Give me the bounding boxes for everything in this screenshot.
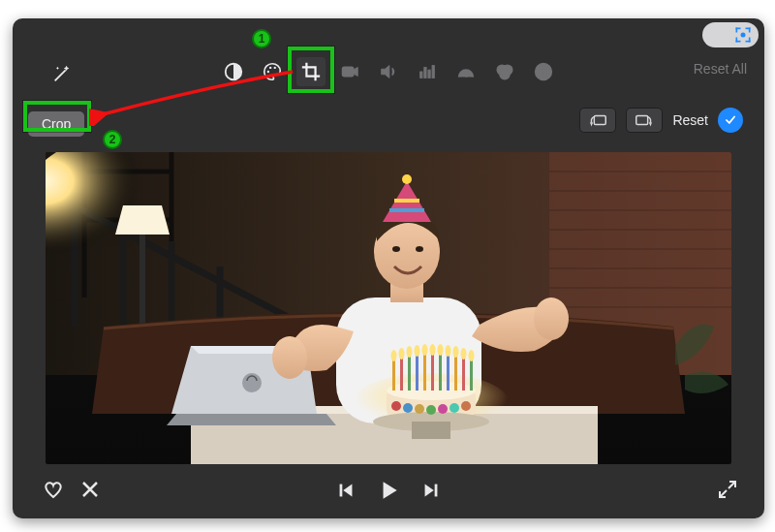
svg-rect-63 [412, 422, 450, 439]
speed-button[interactable] [451, 57, 480, 86]
capture-icon [733, 25, 753, 45]
svg-point-8 [741, 33, 746, 38]
video-preview[interactable] [46, 152, 731, 464]
fullscreen-button[interactable] [716, 478, 739, 505]
playback-bar [13, 472, 764, 511]
svg-point-10 [267, 71, 269, 73]
preview-frame-illustration [46, 152, 731, 464]
svg-point-56 [392, 246, 400, 252]
svg-rect-74 [431, 354, 434, 391]
svg-rect-84 [470, 360, 473, 391]
speedometer-icon [455, 61, 477, 82]
screen-capture-indicator[interactable] [702, 22, 759, 47]
svg-point-12 [274, 67, 276, 69]
svg-point-83 [461, 348, 467, 360]
volume-icon [378, 61, 399, 82]
noise-reduction-button[interactable] [413, 57, 442, 86]
clip-filter-button[interactable] [490, 57, 519, 86]
svg-point-69 [407, 346, 413, 358]
svg-rect-1 [736, 28, 738, 33]
svg-rect-3 [749, 28, 751, 33]
svg-rect-80 [454, 356, 457, 391]
svg-rect-14 [420, 72, 422, 78]
crop-options-row: Crop Reset [28, 106, 749, 142]
checkmark-icon [724, 113, 737, 127]
crop-right-controls: Reset [579, 108, 743, 133]
svg-rect-16 [428, 70, 430, 78]
svg-rect-13 [343, 67, 354, 76]
app-window: Reset All Crop Reset [13, 18, 764, 518]
svg-point-71 [415, 345, 420, 357]
color-correction-button[interactable] [258, 57, 287, 86]
crop-tab-button[interactable] [296, 57, 326, 86]
svg-rect-72 [423, 354, 426, 391]
crop-icon [300, 61, 322, 82]
color-balance-button[interactable] [219, 57, 248, 86]
svg-point-57 [416, 246, 423, 252]
svg-point-87 [403, 403, 413, 413]
svg-point-67 [399, 348, 405, 360]
reset-crop-button[interactable]: Reset [672, 112, 708, 128]
reset-all-button[interactable]: Reset All [694, 61, 747, 77]
play-button[interactable] [376, 478, 401, 507]
rotate-ccw-icon [587, 112, 608, 128]
svg-point-90 [438, 404, 448, 414]
rotate-cw-button[interactable] [626, 108, 663, 133]
svg-rect-7 [749, 38, 751, 43]
svg-rect-82 [462, 358, 465, 391]
svg-point-77 [438, 344, 444, 356]
adjustments-toolbar: Reset All [13, 53, 764, 98]
step-back-icon [335, 480, 356, 501]
rotate-cw-icon [634, 112, 655, 128]
svg-point-85 [469, 350, 475, 361]
svg-rect-5 [736, 38, 738, 43]
svg-point-79 [446, 345, 451, 357]
equalizer-icon [417, 61, 438, 82]
svg-point-58 [402, 174, 412, 184]
color-filters-icon [494, 61, 515, 82]
svg-point-89 [426, 405, 436, 415]
next-frame-button[interactable] [420, 480, 442, 505]
crop-style-button[interactable]: Crop [28, 111, 84, 137]
stabilization-button[interactable] [335, 57, 364, 86]
svg-point-86 [391, 401, 401, 411]
svg-rect-64 [392, 360, 395, 391]
svg-rect-68 [408, 356, 411, 391]
play-icon [376, 478, 401, 503]
adjustment-tabs [13, 57, 764, 86]
svg-rect-15 [424, 67, 426, 78]
volume-button[interactable] [374, 57, 403, 86]
svg-rect-26 [636, 115, 648, 124]
svg-point-88 [415, 404, 424, 414]
svg-point-52 [272, 336, 307, 379]
svg-point-91 [450, 403, 459, 413]
svg-point-11 [269, 67, 271, 69]
svg-point-21 [500, 70, 510, 79]
step-forward-icon [420, 480, 442, 501]
svg-rect-78 [447, 355, 450, 391]
svg-rect-24 [542, 71, 544, 77]
svg-rect-76 [439, 354, 442, 391]
svg-rect-25 [595, 115, 606, 124]
svg-rect-93 [340, 485, 343, 497]
playback-center-controls [13, 478, 764, 507]
svg-point-75 [430, 344, 436, 356]
apply-button[interactable] [718, 108, 743, 133]
svg-point-92 [461, 401, 471, 411]
info-icon [533, 61, 554, 82]
video-stabilize-icon [339, 61, 360, 82]
svg-point-81 [453, 346, 459, 358]
svg-rect-66 [400, 358, 403, 391]
clip-info-button[interactable] [529, 57, 558, 86]
color-palette-icon [262, 61, 283, 82]
svg-rect-70 [416, 355, 418, 391]
prev-frame-button[interactable] [335, 480, 356, 505]
expand-icon [716, 478, 739, 501]
svg-point-73 [422, 344, 428, 356]
rotate-ccw-button[interactable] [579, 108, 616, 133]
svg-rect-17 [432, 66, 434, 78]
svg-point-65 [391, 350, 397, 361]
svg-point-53 [534, 297, 569, 340]
svg-rect-94 [435, 485, 438, 497]
color-balance-icon [223, 61, 244, 82]
